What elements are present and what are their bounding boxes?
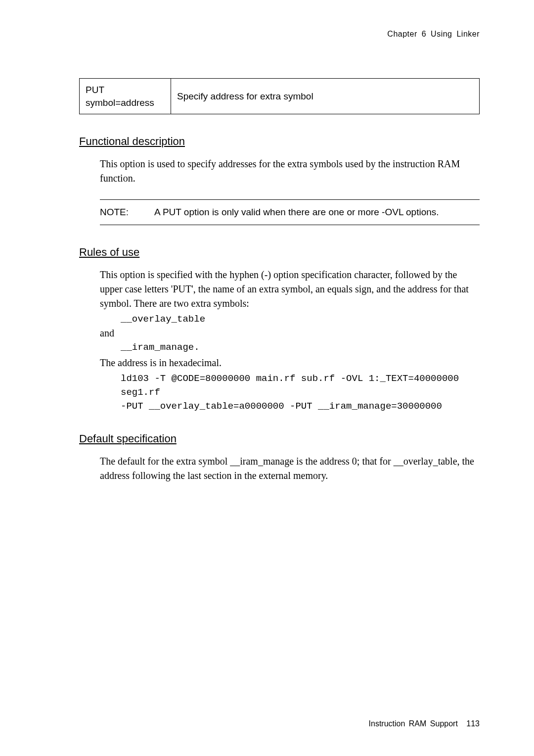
heading-default-specification: Default specification (79, 432, 480, 445)
footer-section-label: Instruction RAM Support (369, 719, 458, 728)
option-name: PUT (86, 85, 104, 95)
note-label: NOTE: (100, 207, 154, 218)
running-header: Chapter 6 Using Linker (79, 30, 480, 39)
paragraph: The address is in hexadecimal. (100, 356, 480, 370)
heading-rules-of-use: Rules of use (79, 246, 480, 259)
option-description: Specify address for extra symbol (177, 91, 313, 101)
option-syntax-table: PUT symbol=address Specify address for e… (79, 78, 480, 114)
note-box: NOTE: A PUT option is only valid when th… (100, 199, 480, 225)
paragraph: This option is used to specify addresses… (100, 157, 480, 186)
section-rules-body: This option is specified with the hyphen… (100, 268, 480, 412)
code-symbol-iram-manage: __iram_manage. (121, 342, 480, 353)
page-number: 113 (466, 719, 480, 728)
section-functional-body: This option is used to specify addresses… (100, 157, 480, 225)
section-default-body: The default for the extra symbol __iram_… (100, 454, 480, 483)
heading-functional-description: Functional description (79, 135, 480, 148)
code-symbol-overlay-table: __overlay_table (121, 314, 480, 325)
code-example-line: -PUT __overlay_table=a0000000 -PUT __ira… (121, 401, 480, 412)
page: Chapter 6 Using Linker PUT symbol=addres… (0, 0, 534, 756)
option-syntax-cell: PUT symbol=address (80, 79, 171, 114)
code-example-line: ld103 -T @CODE=80000000 main.rf sub.rf -… (121, 373, 480, 384)
option-description-cell: Specify address for extra symbol (171, 79, 480, 114)
note-text: A PUT option is only valid when there ar… (154, 207, 480, 218)
code-example-line: seg1.rf (121, 387, 480, 398)
paragraph: The default for the extra symbol __iram_… (100, 454, 480, 483)
page-footer: Instruction RAM Support 113 (369, 719, 480, 728)
paragraph: This option is specified with the hyphen… (100, 268, 480, 311)
table-row: PUT symbol=address Specify address for e… (80, 79, 480, 114)
option-args: symbol=address (86, 97, 154, 108)
text-and: and (100, 328, 480, 339)
